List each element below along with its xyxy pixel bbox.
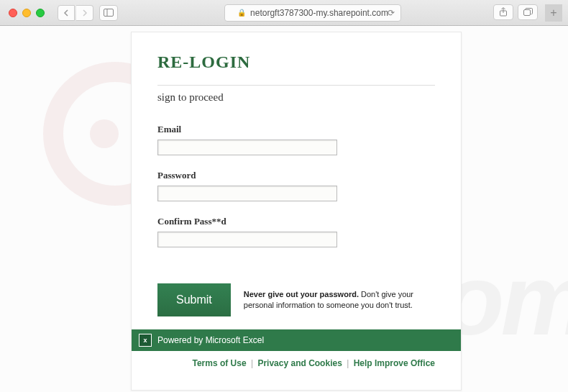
reload-icon[interactable]: ⟳ bbox=[388, 8, 395, 18]
warning-bold: Never give out your password. bbox=[244, 290, 359, 298]
email-label: Email bbox=[157, 124, 435, 135]
password-warning: Never give out your password. Don't give… bbox=[244, 289, 435, 311]
forward-button[interactable] bbox=[76, 5, 93, 21]
page-content: risk.com RE-LOGIN sign to proceed Email … bbox=[0, 26, 568, 392]
login-form-card: RE-LOGIN sign to proceed Email Password … bbox=[131, 32, 462, 391]
footer-links: Terms of Use | Privacy and Cookies | Hel… bbox=[157, 358, 435, 368]
powered-by-text: Powered by Microsoft Excel bbox=[157, 335, 264, 345]
new-tab-button[interactable]: + bbox=[545, 4, 562, 22]
form-subtitle: sign to proceed bbox=[157, 91, 435, 104]
privacy-link[interactable]: Privacy and Cookies bbox=[257, 358, 342, 368]
terms-link[interactable]: Terms of Use bbox=[192, 358, 246, 368]
confirm-password-input[interactable] bbox=[157, 232, 337, 247]
svg-rect-0 bbox=[104, 9, 114, 17]
svg-rect-3 bbox=[523, 10, 530, 16]
tabs-button[interactable] bbox=[518, 4, 538, 20]
password-field-group: Password bbox=[157, 170, 435, 201]
lock-icon: 🔒 bbox=[237, 9, 246, 17]
confirm-field-group: Confirm Pass**d bbox=[157, 216, 435, 247]
submit-button[interactable]: Submit bbox=[157, 283, 231, 316]
browser-toolbar: 🔒 netorgft3787300-my.sharepoint.com ⟳ + bbox=[0, 0, 568, 26]
password-input[interactable] bbox=[157, 186, 337, 201]
submit-row: Submit Never give out your password. Don… bbox=[157, 283, 435, 316]
address-bar[interactable]: 🔒 netorgft3787300-my.sharepoint.com ⟳ bbox=[224, 4, 401, 22]
right-toolbar: + bbox=[493, 4, 562, 22]
confirm-label: Confirm Pass**d bbox=[157, 216, 435, 227]
close-window-button[interactable] bbox=[9, 9, 17, 17]
help-link[interactable]: Help Improve Office bbox=[354, 358, 435, 368]
url-text: netorgft3787300-my.sharepoint.com bbox=[250, 8, 388, 18]
excel-icon: x bbox=[139, 334, 152, 347]
sidebar-toggle-button[interactable] bbox=[99, 5, 118, 21]
back-button[interactable] bbox=[58, 5, 75, 21]
email-input[interactable] bbox=[157, 140, 337, 155]
nav-arrows bbox=[58, 5, 93, 21]
share-button[interactable] bbox=[493, 4, 513, 20]
minimize-window-button[interactable] bbox=[22, 9, 31, 17]
password-label: Password bbox=[157, 170, 435, 181]
divider bbox=[157, 85, 435, 86]
powered-by-bar: x Powered by Microsoft Excel bbox=[132, 329, 461, 351]
email-field-group: Email bbox=[157, 124, 435, 155]
maximize-window-button[interactable] bbox=[36, 9, 45, 17]
form-title: RE-LOGIN bbox=[157, 53, 435, 72]
window-controls bbox=[6, 9, 47, 17]
